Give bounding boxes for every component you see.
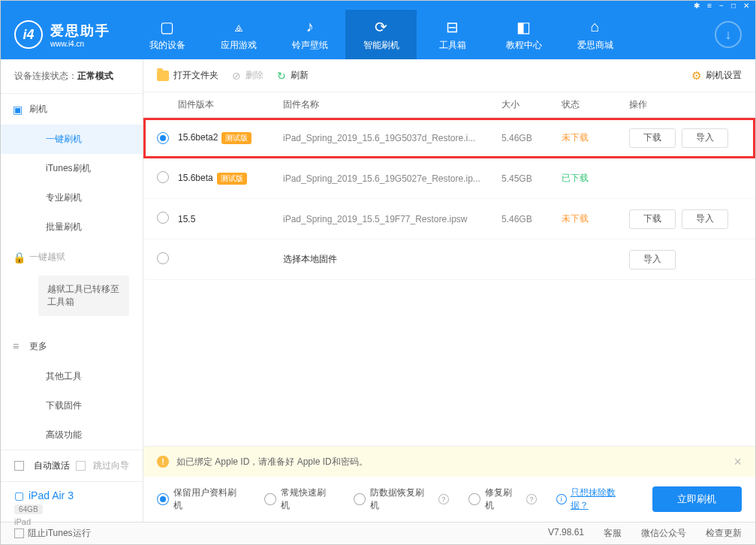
firmware-radio[interactable] [157,252,169,264]
sidebar-item-oneclick-flash[interactable]: 一键刷机 [1,125,143,154]
refresh-icon: ↻ [277,70,286,82]
device-icon: ▢ [14,489,24,501]
nav-icon: ⟳ [375,18,387,36]
app-url: www.i4.cn [50,40,110,48]
sidebar-item-other-tools[interactable]: 其他工具 [1,362,143,391]
device-connection-status: 设备连接状态：正常模式 [1,59,143,94]
option-radio[interactable] [264,493,276,505]
titlebar-btn[interactable]: ✱ [694,2,700,10]
block-itunes-option[interactable]: 阻止iTunes运行 [14,527,91,540]
nav-icon: ⟁ [234,18,243,36]
import-button[interactable]: 导入 [682,209,728,229]
nav-tab-0[interactable]: ▢我的设备 [131,10,203,59]
customer-service-link[interactable]: 客服 [604,527,622,540]
help-icon[interactable]: ? [438,494,449,504]
firmware-size: 5.45GB [501,173,562,184]
sidebar: 设备连接状态：正常模式 ▣ 刷机 一键刷机 iTunes刷机 专业刷机 批量刷机… [1,59,143,522]
firmware-status: 未下载 [562,212,629,225]
nav-tab-4[interactable]: ⊟工具箱 [417,10,488,59]
delete-icon: ⊘ [232,70,241,82]
firmware-row[interactable]: 15.6beta2测试版 iPad_Spring_2019_15.6_19G50… [143,118,755,158]
nav-icon: ⊟ [446,18,459,36]
firmware-status: 未下载 [562,131,629,144]
firmware-name: 选择本地固件 [283,253,501,266]
nav-tab-6[interactable]: ⌂爱思商城 [559,10,631,59]
nav-icon: ◧ [517,18,531,36]
firmware-size: 5.46GB [501,214,562,224]
firmware-row[interactable]: 15.6beta测试版 iPad_Spring_2019_15.6_19G502… [143,158,755,199]
info-icon: i [556,494,567,504]
sidebar-item-itunes-flash[interactable]: iTunes刷机 [1,154,143,183]
folder-icon [157,71,169,81]
download-button[interactable]: 下载 [629,128,676,148]
auto-activate-checkbox[interactable] [14,461,24,471]
titlebar-btn[interactable]: ≡ [707,2,712,10]
firmware-table-header: 固件版本 固件名称 大小 状态 操作 [143,92,755,118]
firmware-name: iPad_Spring_2019_15.5_19F77_Restore.ipsw [283,214,501,224]
block-itunes-checkbox[interactable] [14,528,24,538]
download-manager-button[interactable]: ↓ [715,21,742,48]
nav-tab-2[interactable]: ♪铃声壁纸 [274,10,345,59]
firmware-status: 已下载 [562,172,629,185]
jailbreak-note: 越狱工具已转移至工具箱 [38,276,129,316]
nav-tab-3[interactable]: ⟳智能刷机 [345,10,417,59]
firmware-radio[interactable] [157,212,169,224]
delete-button[interactable]: ⊘ 删除 [232,69,264,82]
flash-option-2[interactable]: 防数据恢复刷机? [354,486,449,512]
apple-id-alert: ! 如已绑定 Apple ID，请准备好 Apple ID和密码。 × [143,447,755,477]
more-icon: ≡ [13,340,19,352]
option-radio[interactable] [157,493,169,505]
flash-now-button[interactable]: 立即刷机 [652,486,742,512]
flash-settings-button[interactable]: ⚙ 刷机设置 [691,69,742,83]
sidebar-item-download-fw[interactable]: 下载固件 [1,391,143,420]
toolbar: 打开文件夹 ⊘ 删除 ↻ 刷新 ⚙ 刷机设置 [143,59,755,92]
storage-badge: 64GB [14,504,43,514]
logo-icon: i4 [14,20,43,49]
minimize-icon[interactable]: − [719,2,724,10]
flash-icon: ▣ [13,104,23,116]
auto-activate-row: 自动激活 跳过向导 [1,450,143,481]
sidebar-group-jailbreak: 🔒 一键越狱 [1,242,143,272]
flash-option-0[interactable]: 保留用户资料刷机 [157,486,245,512]
flash-options-bar: 保留用户资料刷机常规快速刷机防数据恢复刷机?修复刷机? i 只想抹除数据？ 立即… [143,477,755,522]
window-titlebar: ✱ ≡ − □ ✕ [1,1,755,10]
flash-option-1[interactable]: 常规快速刷机 [264,486,334,512]
firmware-size: 5.46GB [501,133,562,143]
refresh-button[interactable]: ↻ 刷新 [277,69,309,82]
download-button[interactable]: 下载 [629,209,676,229]
firmware-row[interactable]: 选择本地固件 导入 [143,239,755,280]
help-icon[interactable]: ? [526,494,537,504]
wechat-link[interactable]: 微信公众号 [641,527,686,540]
main-panel: 打开文件夹 ⊘ 删除 ↻ 刷新 ⚙ 刷机设置 固件版本 固件名称 大小 状态 操… [143,59,755,522]
close-icon[interactable]: ✕ [743,2,749,10]
check-update-link[interactable]: 检查更新 [706,527,742,540]
sidebar-item-advanced[interactable]: 高级功能 [1,420,143,450]
flash-option-3[interactable]: 修复刷机? [468,486,537,512]
sidebar-item-batch-flash[interactable]: 批量刷机 [1,212,143,242]
warning-icon: ! [157,456,169,468]
nav-tab-1[interactable]: ⟁应用游戏 [203,10,274,59]
sidebar-group-flash[interactable]: ▣ 刷机 [1,94,143,125]
option-radio[interactable] [354,493,366,505]
app-title: 爱思助手 [50,22,110,40]
firmware-row[interactable]: 15.5 iPad_Spring_2019_15.5_19F77_Restore… [143,199,755,239]
firmware-radio[interactable] [157,132,169,144]
skip-wizard-checkbox[interactable] [76,461,86,471]
erase-data-link[interactable]: 只想抹除数据？ [571,486,633,512]
sidebar-group-more[interactable]: ≡ 更多 [1,331,143,362]
alert-close-button[interactable]: × [733,454,742,470]
maximize-icon[interactable]: □ [731,2,736,10]
firmware-name: iPad_Spring_2019_15.6_19G5037d_Restore.i… [283,133,501,143]
sidebar-item-pro-flash[interactable]: 专业刷机 [1,183,143,212]
nav-icon: ⌂ [590,18,599,36]
open-folder-button[interactable]: 打开文件夹 [157,69,218,82]
nav-tab-5[interactable]: ◧教程中心 [488,10,559,59]
app-logo: i4 爱思助手 www.i4.cn [14,20,110,49]
firmware-name: iPad_Spring_2019_15.6_19G5027e_Restore.i… [283,173,501,184]
firmware-radio[interactable] [157,171,169,183]
import-button[interactable]: 导入 [682,128,728,148]
nav-icon: ♪ [306,18,314,36]
app-version: V7.98.61 [548,527,584,540]
option-radio[interactable] [468,493,480,505]
import-button[interactable]: 导入 [629,250,676,269]
